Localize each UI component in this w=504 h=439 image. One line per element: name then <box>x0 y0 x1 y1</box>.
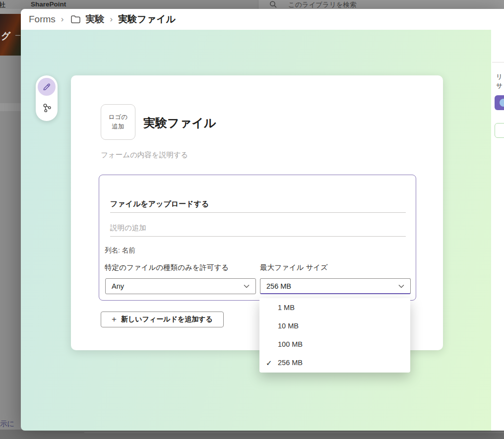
max-size-dropdown[interactable]: 256 MB <box>260 278 411 294</box>
background-band <box>0 9 21 14</box>
chevron-right-icon: › <box>110 14 114 24</box>
max-size-value: 256 MB <box>266 282 291 290</box>
chevron-down-icon <box>244 284 250 288</box>
breadcrumb-folder[interactable]: 実験 <box>86 13 105 26</box>
question-description-input[interactable]: 説明の追加 <box>110 223 146 233</box>
menu-option-label: 256 MB <box>278 359 303 367</box>
input-underline <box>110 236 406 237</box>
screen: 社 SharePoint このライブラリを検索 グ ー 示に Forms › <box>0 0 504 439</box>
search-placeholder: このライブラリを検索 <box>288 0 357 9</box>
plus-icon: + <box>112 314 117 324</box>
collect-responses-button[interactable] <box>38 99 56 117</box>
right-panel-text-line2: サ <box>496 81 503 90</box>
question-title-input[interactable]: ファイルをアップロードする <box>110 199 209 209</box>
right-panel-divider <box>492 62 504 63</box>
breadcrumb-current-form: 実験ファイル <box>118 13 176 26</box>
form-title[interactable]: 実験ファイル <box>143 115 216 131</box>
file-type-value: Any <box>112 282 124 290</box>
edit-mode-button[interactable] <box>38 78 56 96</box>
site-banner-image: グ ー <box>0 14 21 56</box>
add-field-button[interactable]: + 新しいフィールドを追加する <box>101 312 224 327</box>
background-link-truncated: 示に <box>0 419 14 429</box>
form-description-placeholder[interactable]: フォームの内容を説明する <box>101 150 188 160</box>
menu-option-256mb-selected[interactable]: ✓ 256 MB <box>259 354 410 372</box>
editor-mode-toolbar <box>36 75 58 121</box>
breadcrumb: Forms › 実験 › 実験ファイル <box>21 9 504 30</box>
chevron-down-icon <box>398 284 404 288</box>
breadcrumb-forms[interactable]: Forms <box>29 14 56 25</box>
add-logo-button[interactable]: ロゴの 追加 <box>101 104 135 140</box>
menu-option-label: 10 MB <box>278 322 299 330</box>
site-banner-dash: ー <box>15 32 21 40</box>
sharepoint-suitebar: 社 SharePoint このライブラリを検索 <box>0 0 504 9</box>
add-logo-label-line1: ロゴの <box>109 113 127 122</box>
input-underline <box>110 212 406 213</box>
add-field-label: 新しいフィールドを追加する <box>121 315 213 324</box>
column-name-label: 列名: 名前 <box>105 246 135 255</box>
forms-editor-dialog: Forms › 実験 › 実験ファイル リ サ <box>21 9 504 431</box>
menu-option-10mb[interactable]: 10 MB <box>259 317 410 335</box>
file-type-dropdown[interactable]: Any <box>105 278 256 294</box>
menu-option-100mb[interactable]: 100 MB <box>259 335 410 354</box>
site-banner-text: グ <box>1 30 10 43</box>
right-panel-text-line1: リ <box>496 72 503 81</box>
chevron-right-icon: › <box>61 14 64 24</box>
background-divider <box>84 432 504 433</box>
file-type-label: 特定のファイルの種類のみを許可する <box>105 263 229 272</box>
field-editor: ファイルをアップロードする 説明の追加 列名: 名前 特定のファイルの種類のみを… <box>99 175 416 301</box>
right-panel-button-icon <box>500 99 504 107</box>
search-icon <box>269 0 277 8</box>
add-logo-label-line2: 追加 <box>112 122 125 131</box>
suitebar-company-text: 社 <box>0 0 5 9</box>
background-page-left: グ ー 示に <box>0 9 21 430</box>
folder-icon <box>70 15 81 24</box>
share-nodes-icon <box>42 103 52 113</box>
right-panel-secondary-button[interactable] <box>495 123 504 138</box>
sharepoint-app-name: SharePoint <box>31 0 66 8</box>
max-size-dropdown-menu: 1 MB 10 MB 100 MB ✓ 256 MB <box>259 298 410 373</box>
menu-option-1mb[interactable]: 1 MB <box>259 299 410 317</box>
menu-option-label: 100 MB <box>278 340 303 348</box>
background-page-bottom <box>0 430 504 439</box>
checkmark-icon: ✓ <box>266 354 272 372</box>
max-size-label: 最大ファイル サイズ <box>260 263 328 272</box>
background-band <box>0 103 21 111</box>
right-panel-primary-button[interactable] <box>495 95 504 110</box>
menu-option-label: 1 MB <box>278 304 295 312</box>
library-search-box[interactable]: このライブラリを検索 <box>258 0 504 9</box>
pencil-icon <box>42 82 52 92</box>
